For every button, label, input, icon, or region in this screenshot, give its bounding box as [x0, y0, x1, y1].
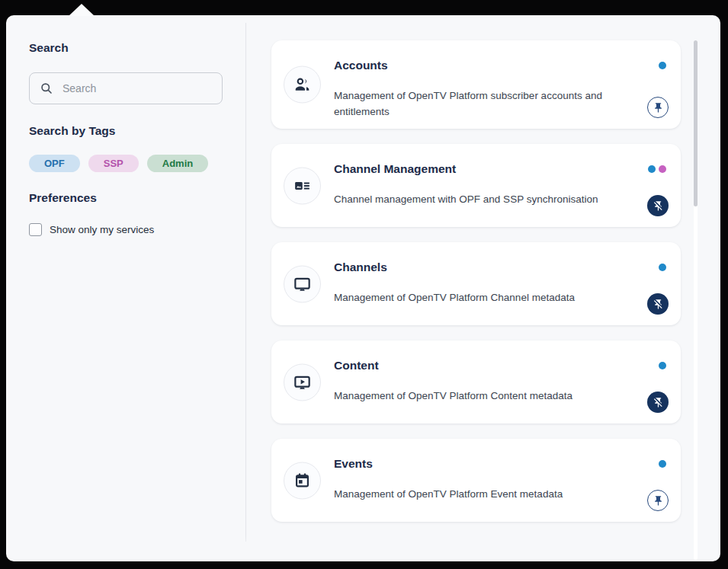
- status-dots: [659, 264, 666, 271]
- service-icon: [293, 176, 312, 195]
- service-description: Channel management with OPF and SSP sync…: [334, 191, 608, 207]
- search-icon: [39, 81, 54, 96]
- search-heading: Search: [29, 41, 223, 55]
- service-description: Management of OpenTV Platform subscriber…: [334, 88, 608, 120]
- pin-button[interactable]: [647, 490, 669, 511]
- tags-heading: Search by Tags: [29, 124, 223, 138]
- service-description: Management of OpenTV Platform Event meta…: [334, 486, 608, 502]
- status-dots: [659, 62, 666, 69]
- search-box: [29, 72, 223, 104]
- service-description: Management of OpenTV Platform Content me…: [334, 388, 608, 404]
- show-only-my-services-checkbox[interactable]: [29, 223, 42, 236]
- service-icon: [293, 372, 312, 392]
- services-list: Accounts Management of OpenTV Platform s…: [245, 15, 720, 561]
- scrollbar-track: [694, 40, 698, 560]
- pin-button[interactable]: [647, 392, 669, 413]
- status-dot: [659, 62, 666, 69]
- service-card[interactable]: Content Management of OpenTV Platform Co…: [271, 340, 681, 424]
- tag-pill[interactable]: SSP: [88, 155, 139, 172]
- service-icon-circle: [284, 167, 321, 204]
- service-card[interactable]: Events Management of OpenTV Platform Eve…: [271, 439, 681, 522]
- service-icon-circle: [284, 462, 321, 499]
- service-icon: [293, 75, 312, 94]
- preferences-heading: Preferences: [29, 191, 223, 205]
- status-dots: [648, 165, 666, 173]
- service-card-partial[interactable]: [271, 552, 681, 561]
- status-dot: [659, 165, 666, 173]
- unpin-icon: [653, 200, 664, 212]
- pin-button[interactable]: [647, 293, 669, 315]
- status-dot: [659, 460, 666, 468]
- tag-pill[interactable]: Admin: [147, 155, 208, 172]
- service-title: Content: [334, 359, 608, 372]
- service-description: Management of OpenTV Platform Channel me…: [334, 289, 608, 305]
- service-icon-circle: [284, 265, 321, 302]
- service-icon: [293, 471, 312, 490]
- services-popover: Search Search by Tags OPFSSPAdmin Prefer…: [6, 15, 720, 561]
- status-dots: [659, 460, 666, 468]
- search-input[interactable]: [61, 82, 213, 95]
- service-title: Events: [334, 457, 608, 471]
- unpin-icon: [653, 397, 664, 408]
- service-icon-circle: [284, 363, 321, 401]
- pin-button[interactable]: [647, 195, 669, 216]
- service-icon: [293, 274, 312, 293]
- service-card[interactable]: Accounts Management of OpenTV Platform s…: [271, 40, 681, 129]
- service-title: Accounts: [334, 59, 608, 72]
- scrollbar-thumb[interactable]: [694, 40, 698, 206]
- tags-row: OPFSSPAdmin: [29, 155, 223, 172]
- tag-pill[interactable]: OPF: [29, 155, 80, 172]
- pin-icon: [653, 495, 664, 507]
- popover-arrow: [69, 4, 95, 16]
- status-dot: [648, 165, 656, 173]
- service-card[interactable]: Channel Management Channel management wi…: [271, 144, 681, 227]
- service-title: Channel Management: [334, 162, 608, 176]
- pin-icon: [653, 102, 664, 113]
- pin-button[interactable]: [647, 97, 669, 118]
- service-icon-circle: [284, 66, 321, 104]
- status-dots: [659, 362, 666, 369]
- unpin-icon: [653, 299, 664, 310]
- service-card[interactable]: Channels Management of OpenTV Platform C…: [271, 242, 681, 325]
- service-title: Channels: [334, 261, 608, 274]
- status-dot: [659, 362, 666, 369]
- show-only-my-services-row: Show only my services: [29, 223, 223, 236]
- show-only-my-services-label: Show only my services: [50, 224, 154, 235]
- status-dot: [659, 264, 666, 271]
- search-sidebar: Search Search by Tags OPFSSPAdmin Prefer…: [6, 15, 245, 561]
